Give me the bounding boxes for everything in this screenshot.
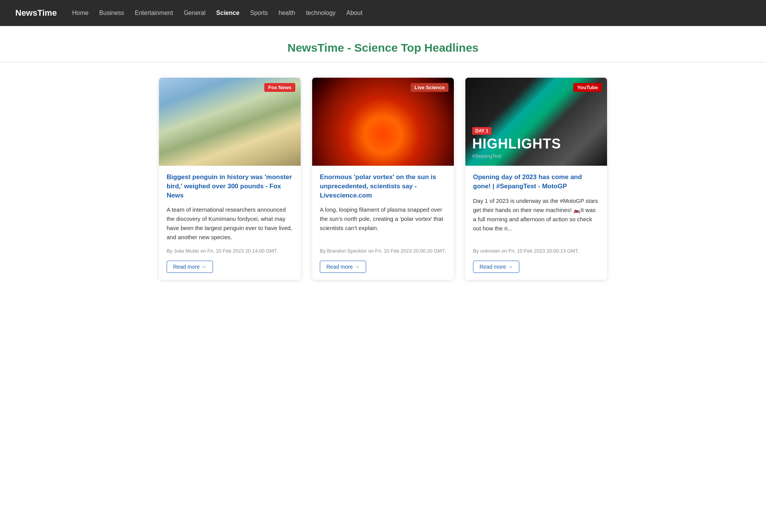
nav-item-technology[interactable]: technology [306,10,336,16]
card-image-wrap-0: Fox News [159,78,301,166]
news-card-2: DAY 1HIGHLIGHTS#SepangTestYouTubeOpening… [465,78,607,280]
nav-link-health[interactable]: health [278,10,295,16]
read-more-button-2[interactable]: Read more → [473,261,519,273]
source-badge-0: Fox News [264,83,295,92]
card-title-0: Biggest penguin in history was 'monster … [167,173,293,200]
nav-link-sports[interactable]: Sports [250,10,268,16]
navbar: NewsTime HomeBusinessEntertainmentGenera… [0,0,766,26]
news-card-1: Live ScienceEnormous 'polar vortex' on t… [312,78,454,280]
card-description-1: A long, looping filament of plasma snapp… [320,205,446,242]
cards-container: Fox NewsBiggest penguin in history was '… [0,74,766,303]
nav-item-science[interactable]: Science [216,10,239,16]
nav-link-science[interactable]: Science [216,10,239,16]
nav-brand[interactable]: NewsTime [15,8,57,18]
page-title: NewsTime - Science Top Headlines [8,41,758,54]
card-image-wrap-1: Live Science [312,78,454,166]
card-author-0: By Julia Musto on Fri, 10 Feb 2023 20:14… [167,248,293,254]
card-author-2: By unknown on Fri, 10 Feb 2023 20:00:13 … [473,248,599,254]
nav-item-entertainment[interactable]: Entertainment [135,10,173,16]
hashtag-text: #SepangTest [472,153,501,159]
nav-link-technology[interactable]: technology [306,10,336,16]
nav-link-entertainment[interactable]: Entertainment [135,10,173,16]
card-body-0: Biggest penguin in history was 'monster … [159,166,301,280]
card-title-1: Enormous 'polar vortex' on the sun is un… [320,173,446,200]
nav-item-general[interactable]: General [184,10,206,16]
card-body-1: Enormous 'polar vortex' on the sun is un… [312,166,454,280]
nav-link-about[interactable]: About [346,10,362,16]
nav-item-sports[interactable]: Sports [250,10,268,16]
page-title-area: NewsTime - Science Top Headlines [0,26,766,62]
read-more-button-1[interactable]: Read more → [320,261,366,273]
nav-item-about[interactable]: About [346,10,362,16]
card-body-2: Opening day of 2023 has come and gone! |… [465,166,607,280]
nav-link-general[interactable]: General [184,10,206,16]
card-description-2: Day 1 of 2023 is underway as the #MotoGP… [473,196,599,242]
nav-item-home[interactable]: Home [72,10,88,16]
read-more-button-0[interactable]: Read more → [167,261,213,273]
nav-item-health[interactable]: health [278,10,295,16]
card-image-wrap-2: DAY 1HIGHLIGHTS#SepangTestYouTube [465,78,607,166]
nav-link-home[interactable]: Home [72,10,88,16]
source-badge-2: YouTube [573,83,602,92]
nav-links: HomeBusinessEntertainmentGeneralScienceS… [72,10,362,16]
source-badge-1: Live Science [411,83,448,92]
card-title-2: Opening day of 2023 has come and gone! |… [473,173,599,191]
card-author-1: By Brandon Specktor on Fri, 10 Feb 2023 … [320,248,446,254]
card-description-0: A team of international researchers anno… [167,205,293,242]
day-badge: DAY 1 [472,127,491,135]
news-card-0: Fox NewsBiggest penguin in history was '… [159,78,301,280]
nav-link-business[interactable]: Business [99,10,124,16]
nav-item-business[interactable]: Business [99,10,124,16]
highlights-text: HIGHLIGHTS [472,137,561,151]
